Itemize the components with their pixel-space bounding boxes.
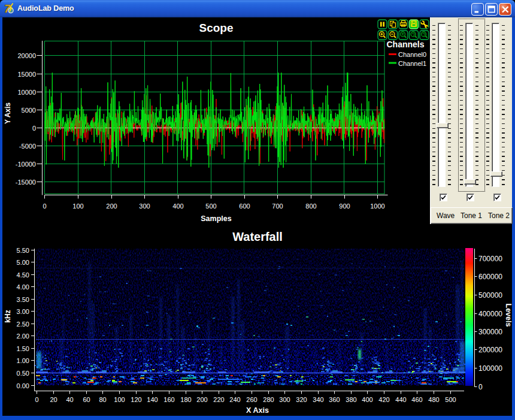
svg-text:Channel1: Channel1 — [398, 60, 426, 67]
svg-text:-5000: -5000 — [19, 143, 36, 150]
svg-text:1.00: 1.00 — [17, 357, 29, 364]
svg-text:500: 500 — [205, 203, 216, 210]
svg-text:320: 320 — [296, 396, 307, 403]
svg-text:5000: 5000 — [22, 107, 36, 114]
svg-text:0: 0 — [478, 383, 483, 391]
svg-text:0.00: 0.00 — [17, 382, 29, 389]
svg-text:kHz: kHz — [4, 310, 12, 322]
svg-text:X Axis: X Axis — [246, 406, 269, 415]
svg-text:0.50: 0.50 — [17, 370, 29, 377]
svg-text:380: 380 — [346, 396, 356, 403]
svg-text:360: 360 — [329, 396, 340, 403]
svg-text:120: 120 — [131, 396, 141, 403]
svg-text:Channel0: Channel0 — [398, 51, 426, 58]
svg-text:Levels: Levels — [504, 304, 512, 327]
svg-text:700000: 700000 — [478, 255, 502, 263]
svg-text:5.50: 5.50 — [17, 247, 29, 254]
svg-text:400: 400 — [362, 396, 372, 403]
svg-text:480: 480 — [428, 396, 439, 403]
svg-text:Samples: Samples — [201, 214, 231, 223]
svg-text:240: 240 — [229, 396, 240, 403]
svg-text:300000: 300000 — [478, 328, 502, 336]
svg-text:260: 260 — [246, 396, 257, 403]
svg-text:Scope: Scope — [199, 22, 233, 34]
svg-text:500: 500 — [445, 396, 456, 403]
svg-text:3.50: 3.50 — [17, 296, 29, 303]
svg-text:80: 80 — [99, 396, 106, 403]
svg-text:10000: 10000 — [17, 89, 36, 96]
svg-text:Y Axis: Y Axis — [4, 102, 12, 124]
svg-text:40: 40 — [66, 396, 73, 403]
svg-text:100: 100 — [72, 203, 83, 210]
svg-text:0: 0 — [32, 125, 36, 132]
svg-text:440: 440 — [395, 396, 406, 403]
svg-text:500000: 500000 — [478, 291, 502, 300]
svg-text:340: 340 — [313, 396, 323, 403]
svg-text:15000: 15000 — [17, 71, 36, 78]
svg-text:0: 0 — [43, 203, 46, 210]
svg-text:1000: 1000 — [370, 203, 384, 210]
svg-text:600: 600 — [239, 203, 250, 210]
svg-text:60: 60 — [83, 396, 90, 403]
svg-text:-10000: -10000 — [16, 161, 36, 168]
svg-text:900: 900 — [339, 203, 350, 210]
svg-text:200000: 200000 — [478, 346, 502, 354]
svg-text:300: 300 — [279, 396, 290, 403]
svg-text:Channels: Channels — [386, 40, 424, 49]
svg-text:20: 20 — [50, 396, 57, 403]
svg-text:4.50: 4.50 — [17, 271, 29, 279]
svg-text:3.00: 3.00 — [17, 308, 29, 315]
svg-text:Waterfall: Waterfall — [232, 230, 283, 243]
svg-text:400: 400 — [172, 203, 183, 210]
svg-text:180: 180 — [180, 396, 191, 403]
svg-text:1.50: 1.50 — [17, 345, 29, 352]
svg-text:700: 700 — [272, 203, 283, 210]
svg-text:20000: 20000 — [17, 52, 36, 59]
svg-text:200: 200 — [196, 396, 207, 403]
svg-text:280: 280 — [263, 396, 274, 403]
svg-text:140: 140 — [147, 396, 157, 403]
svg-text:200: 200 — [106, 203, 117, 210]
svg-text:600000: 600000 — [478, 273, 502, 281]
svg-text:460: 460 — [411, 396, 422, 403]
svg-text:0: 0 — [35, 396, 38, 403]
svg-text:800: 800 — [305, 203, 316, 210]
svg-text:220: 220 — [213, 396, 224, 403]
svg-text:400000: 400000 — [478, 310, 502, 318]
svg-text:2.50: 2.50 — [17, 321, 29, 328]
svg-text:160: 160 — [163, 396, 174, 403]
svg-text:4.00: 4.00 — [17, 283, 29, 291]
svg-text:300: 300 — [139, 203, 150, 210]
svg-text:420: 420 — [378, 396, 389, 403]
svg-text:-15000: -15000 — [16, 179, 36, 186]
svg-text:100000: 100000 — [478, 364, 502, 373]
svg-text:100: 100 — [114, 396, 125, 403]
svg-text:2.00: 2.00 — [17, 333, 29, 340]
svg-text:5.00: 5.00 — [17, 259, 29, 266]
